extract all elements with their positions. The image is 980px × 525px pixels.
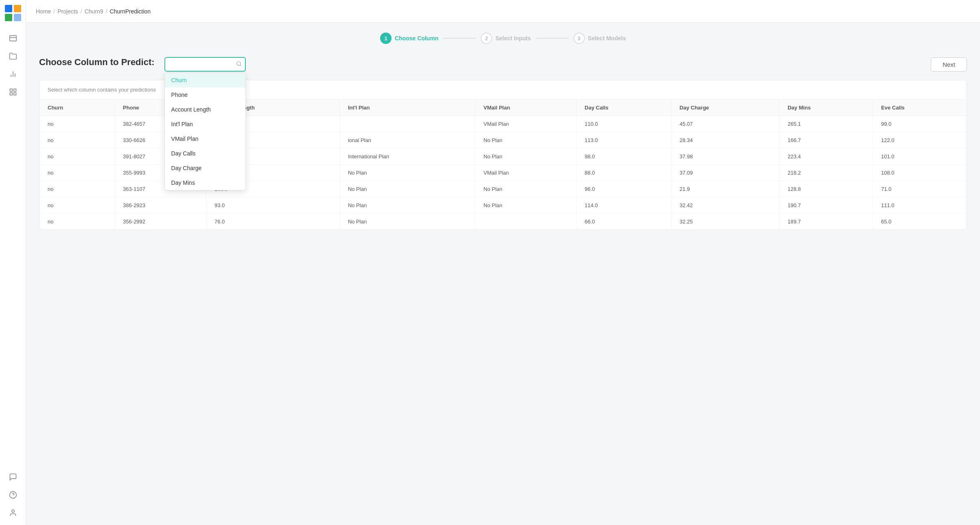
table-cell: 128.8 <box>779 181 873 197</box>
col-intl-plan: Int'l Plan <box>339 100 475 116</box>
table-cell: 98.0 <box>576 149 671 165</box>
table-cell: 356-2992 <box>115 214 206 230</box>
user-icon[interactable] <box>6 505 20 520</box>
dropdown-item-day-charge[interactable]: Day Charge <box>165 161 245 175</box>
table-cell: 93.0 <box>206 197 339 214</box>
table-cell: 111.0 <box>873 197 967 214</box>
table-cell: 101.0 <box>873 149 967 165</box>
table-cell: No Plan <box>339 214 475 230</box>
table-cell: 114.0 <box>576 197 671 214</box>
dropdown-item-vmail-plan[interactable]: VMail Plan <box>165 131 245 146</box>
table-cell: No Plan <box>339 165 475 181</box>
search-wrapper: Churn Phone Account Length Int'l Plan VM… <box>164 57 246 72</box>
table-cell: 189.7 <box>779 214 873 230</box>
table-cell: VMail Plan <box>475 116 576 132</box>
table-cell <box>475 214 576 230</box>
table-cell: 113.0 <box>576 132 671 149</box>
table-cell: no <box>39 197 115 214</box>
table-cell: no <box>39 116 115 132</box>
step-line-1 <box>443 38 476 39</box>
page-heading-row: Choose Column to Predict: Churn <box>39 57 967 72</box>
table-cell: International Plan <box>339 149 475 165</box>
sidebar <box>0 0 26 525</box>
dropdown-item-day-calls[interactable]: Day Calls <box>165 146 245 161</box>
table-row: no356-299276.0No Plan66.032.25189.765.0 <box>39 214 967 230</box>
help-icon[interactable] <box>6 488 20 502</box>
table-cell: 65.0 <box>873 214 967 230</box>
svg-point-15 <box>11 510 14 513</box>
dropdown-item-churn[interactable]: Churn <box>165 73 245 88</box>
table-cell: 108.0 <box>873 165 967 181</box>
content-area: 1 Choose Column 2 Select Inputs 3 Select… <box>26 23 980 525</box>
table-cell: 265.1 <box>779 116 873 132</box>
table-cell: no <box>39 165 115 181</box>
col-day-charge: Day Charge <box>671 100 779 116</box>
table-cell: 32.42 <box>671 197 779 214</box>
svg-rect-3 <box>14 14 21 21</box>
table-cell: no <box>39 149 115 165</box>
step-1-label[interactable]: Choose Column <box>395 35 438 42</box>
table-cell: No Plan <box>339 197 475 214</box>
column-search-input[interactable] <box>164 57 246 72</box>
breadcrumb: Home / Projects / Churn9 / ChurnPredicti… <box>36 8 151 15</box>
table-cell: 223.4 <box>779 149 873 165</box>
svg-line-17 <box>240 65 241 66</box>
col-churn: Churn <box>39 100 115 116</box>
table-cell: ional Plan <box>339 132 475 149</box>
step-3-label[interactable]: Select Models <box>588 35 626 42</box>
col-day-calls: Day Calls <box>576 100 671 116</box>
table-cell: 66.0 <box>576 214 671 230</box>
topbar: Home / Projects / Churn9 / ChurnPredicti… <box>26 0 980 23</box>
column-dropdown: Churn Phone Account Length Int'l Plan VM… <box>164 72 246 190</box>
step-1: 1 Choose Column <box>380 33 438 44</box>
breadcrumb-churn9[interactable]: Churn9 <box>85 8 103 15</box>
table-cell: no <box>39 132 115 149</box>
table-cell <box>339 116 475 132</box>
table-cell: 28.34 <box>671 132 779 149</box>
table-cell: 110.0 <box>576 116 671 132</box>
grid-icon[interactable] <box>6 85 20 99</box>
dropdown-item-account-length[interactable]: Account Length <box>165 102 245 117</box>
step-2: 2 Select Inputs <box>481 33 531 44</box>
breadcrumb-home[interactable]: Home <box>36 8 51 15</box>
table-cell: No Plan <box>475 181 576 197</box>
chat-icon[interactable] <box>6 470 20 484</box>
table-cell: No Plan <box>339 181 475 197</box>
page-title: Choose Column to Predict: <box>39 57 155 68</box>
next-button[interactable]: Next <box>931 57 967 72</box>
svg-rect-10 <box>13 89 16 92</box>
dropdown-item-intl-plan[interactable]: Int'l Plan <box>165 117 245 131</box>
breadcrumb-projects[interactable]: Projects <box>57 8 78 15</box>
table-cell: 32.25 <box>671 214 779 230</box>
step-line-2 <box>536 38 569 39</box>
svg-rect-2 <box>5 14 12 21</box>
table-cell: 76.0 <box>206 214 339 230</box>
table-cell: 71.0 <box>873 181 967 197</box>
chart-icon[interactable] <box>6 67 20 81</box>
breadcrumb-current[interactable]: ChurnPrediction <box>110 8 151 15</box>
step-1-circle: 1 <box>380 33 392 44</box>
dropdown-item-day-mins[interactable]: Day Mins <box>165 175 245 190</box>
inbox-icon[interactable] <box>6 31 20 46</box>
step-2-label[interactable]: Select Inputs <box>495 35 531 42</box>
folder-icon[interactable] <box>6 49 20 63</box>
table-cell: 99.0 <box>873 116 967 132</box>
search-icon <box>236 61 242 68</box>
svg-rect-0 <box>5 5 12 12</box>
table-cell: No Plan <box>475 132 576 149</box>
dropdown-item-phone[interactable]: Phone <box>165 88 245 102</box>
app-logo[interactable] <box>5 5 21 21</box>
table-cell: No Plan <box>475 149 576 165</box>
table-cell: 21.9 <box>671 181 779 197</box>
stepper: 1 Choose Column 2 Select Inputs 3 Select… <box>39 33 967 44</box>
svg-point-16 <box>236 61 240 65</box>
table-cell: 386-2923 <box>115 197 206 214</box>
col-day-mins: Day Mins <box>779 100 873 116</box>
svg-rect-4 <box>9 35 16 41</box>
table-cell: 218.2 <box>779 165 873 181</box>
column-select-wrapper: Churn Phone Account Length Int'l Plan VM… <box>164 57 246 72</box>
table-cell: no <box>39 214 115 230</box>
table-cell: No Plan <box>475 197 576 214</box>
table-cell: 37.98 <box>671 149 779 165</box>
table-cell: 96.0 <box>576 181 671 197</box>
